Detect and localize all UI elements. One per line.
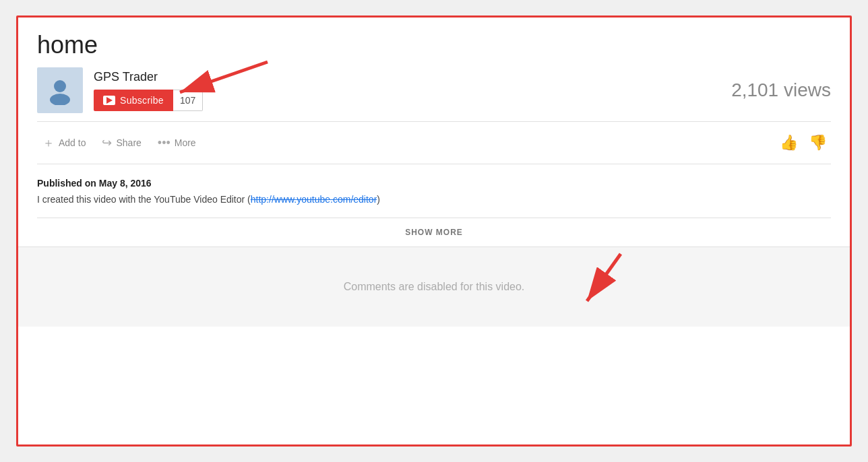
svg-line-5: [587, 254, 621, 301]
desc-link[interactable]: http://www.youtube.com/editor: [251, 194, 377, 205]
publish-date: Published on May 8, 2016: [37, 178, 831, 189]
show-more-button[interactable]: SHOW MORE: [18, 218, 850, 246]
action-row: ＋ Add to ↪ Share ••• More 👍 👎: [18, 122, 850, 164]
plus-icon: ＋: [42, 135, 55, 151]
svg-point-2: [54, 80, 66, 92]
channel-name: GPS Trader: [94, 70, 203, 84]
subscribe-row: Subscribe 107: [94, 90, 203, 111]
thumb-row: 👍 👎: [776, 131, 831, 154]
dots-icon: •••: [158, 136, 170, 150]
subscribe-button[interactable]: Subscribe: [94, 90, 173, 111]
thumbs-up-icon: 👍: [780, 134, 798, 151]
page-title: home: [18, 18, 850, 67]
main-container: home GPS Trader Subscribe: [16, 15, 852, 447]
youtube-icon: [103, 96, 115, 105]
views-count: 2,101 views: [731, 79, 831, 101]
channel-info: GPS Trader Subscribe 107: [94, 70, 203, 111]
share-button[interactable]: ↪ Share: [96, 133, 146, 153]
description-area: Published on May 8, 2016 I created this …: [18, 164, 850, 218]
subscriber-count: 107: [173, 90, 203, 111]
comments-disabled-text: Comments are disabled for this video.: [37, 281, 831, 293]
share-label: Share: [116, 137, 141, 148]
svg-point-3: [50, 94, 70, 105]
thumbs-down-icon: 👎: [809, 134, 827, 151]
thumbs-down-button[interactable]: 👎: [805, 131, 831, 154]
add-to-label: Add to: [59, 137, 86, 148]
add-to-button[interactable]: ＋ Add to: [37, 132, 91, 154]
thumbs-up-button[interactable]: 👍: [776, 131, 802, 154]
more-label: More: [175, 137, 196, 148]
avatar: [37, 67, 83, 113]
share-icon: ↪: [102, 135, 112, 150]
channel-row: GPS Trader Subscribe 107 2,101 views: [18, 67, 850, 121]
desc-before: I created this video with the YouTube Vi…: [37, 194, 251, 205]
comments-section: Comments are disabled for this video.: [18, 246, 850, 327]
desc-after: ): [377, 194, 380, 205]
more-button[interactable]: ••• More: [152, 133, 202, 153]
description-text: I created this video with the YouTube Vi…: [37, 193, 831, 207]
subscribe-label: Subscribe: [120, 95, 164, 106]
comments-arrow: [526, 247, 648, 315]
